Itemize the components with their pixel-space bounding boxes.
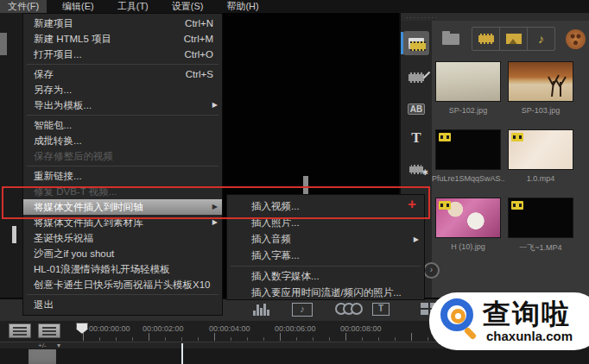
video-filter-icon	[478, 34, 494, 44]
ruler-timestamp: 00:00:02:00	[142, 324, 184, 333]
photo-filter-icon	[505, 33, 522, 45]
video-badge-icon	[511, 133, 523, 141]
thumbnail-caption: H (10).jpg	[432, 242, 504, 251]
filter-audio-button[interactable]: ♪	[528, 28, 554, 50]
menu-item-new-html5[interactable]: 新建 HTML5 项目Ctrl+M	[23, 31, 222, 47]
left-scrollbar-fragment[interactable]	[0, 33, 7, 55]
menu-item-template-1[interactable]: 圣诞快乐祝福	[23, 230, 222, 246]
title-t-icon: T	[411, 129, 421, 147]
thumbnail-sp102[interactable]	[435, 61, 501, 102]
menu-item-save[interactable]: 保存Ctrl+S	[23, 66, 222, 82]
menu-item-export-template[interactable]: 导出为模板...▶	[23, 97, 222, 113]
insert-position-line	[181, 343, 183, 364]
submenu-item-insert-digital-media[interactable]: 插入数字媒体...	[227, 268, 424, 285]
timeline-view-button[interactable]	[38, 323, 60, 338]
audio-waveform-button[interactable]	[253, 303, 270, 316]
thumbnail-video3[interactable]	[508, 198, 573, 238]
video-editor-window: 文件(F) 编辑(E) 工具(T) 设置(S) 帮助(H) ......... …	[0, 0, 589, 364]
red-plus-marker: +	[408, 196, 416, 213]
filter-video-button[interactable]	[472, 28, 500, 50]
sound-mixer-button[interactable]: ♪	[292, 303, 313, 317]
menu-bar: 文件(F) 编辑(E) 工具(T) 设置(S) 帮助(H)	[0, 0, 589, 13]
panel-drag-handle[interactable]: .........	[401, 13, 589, 21]
ruler-timestamp: 00:00:06:00	[275, 324, 316, 333]
menu-item-open-project[interactable]: 打开项目...Ctrl+O	[23, 47, 222, 62]
panel-scroll-button[interactable]: ›	[423, 262, 440, 279]
subtitle-button[interactable]: T	[372, 303, 390, 316]
storyboard-view-button[interactable]	[9, 323, 31, 338]
thumbnail-caption: SP-103.jpg	[504, 106, 577, 115]
menu-item-template-4[interactable]: 创意卡通生日快乐动画祝福片头模板X10	[23, 277, 222, 292]
left-ui-fragment	[12, 226, 16, 243]
library-item[interactable]: SP-102.jpg	[432, 61, 504, 115]
subtitle-t-icon: T	[372, 303, 390, 316]
instant-project-button[interactable]	[403, 66, 429, 90]
thumbnail-video1[interactable]	[435, 129, 501, 170]
magnifier-handle-icon	[464, 327, 478, 341]
library-item[interactable]: 一飞~1.MP4	[504, 198, 577, 254]
menu-item-relink[interactable]: 重新链接...	[23, 168, 222, 184]
thumbnail-video2[interactable]	[508, 129, 573, 170]
menu-edit[interactable]: 编辑(E)	[54, 0, 102, 13]
menu-help[interactable]: 帮助(H)	[218, 0, 266, 13]
library-top-toolbar: ♪	[432, 21, 589, 57]
submenu-item-insert-timelapse-photo[interactable]: 插入要应用时间流逝/频闪的照片...	[227, 285, 424, 301]
thumbnail-caption: SP-102.jpg	[432, 106, 504, 115]
title-button[interactable]: T	[403, 126, 429, 150]
menu-item-save-trimmed: 保存修整后的视频	[23, 148, 222, 164]
transition-button[interactable]: AB	[403, 97, 429, 121]
media-library-panel: ......... AB T ♪ SP-102.jpg	[399, 13, 589, 298]
red-highlight-box	[2, 186, 430, 219]
score-icon: ♪	[292, 303, 313, 317]
library-item[interactable]: SP-103.jpg	[504, 61, 577, 115]
library-item[interactable]: PfuLre1SMqqSwAS...	[432, 129, 504, 183]
menu-item-batch-convert[interactable]: 成批转换...	[23, 133, 222, 148]
library-item[interactable]: 1.0.mp4	[504, 129, 577, 183]
browse-wheel-button[interactable]	[566, 29, 586, 49]
thumbnail-caption: 1.0.mp4	[504, 174, 577, 183]
thumbnail-sp103[interactable]	[508, 61, 573, 102]
magnifier-lens-icon	[451, 309, 466, 323]
file-menu-dropdown: 新建项目Ctrl+N 新建 HTML5 项目Ctrl+M 打开项目...Ctrl…	[22, 13, 223, 316]
import-folder-button[interactable]	[442, 34, 459, 45]
transition-ab-icon: AB	[408, 104, 425, 115]
graphics-icon	[409, 165, 423, 174]
video-badge-icon	[511, 201, 523, 210]
media-icon	[408, 38, 424, 49]
video-badge-icon	[439, 201, 451, 210]
menu-item-template-3[interactable]: HL-01浪漫情诗婚礼开场轻模板	[23, 261, 222, 277]
submenu-arrow-icon: ▶	[212, 97, 218, 113]
media-filter-group: ♪	[472, 27, 555, 51]
watermark-url: chaxunla.com	[486, 329, 573, 343]
media-tab-button[interactable]	[403, 31, 429, 55]
menu-item-smart-package[interactable]: 智能包...	[23, 117, 222, 133]
submenu-item-insert-audio[interactable]: 插入音频▶	[227, 231, 424, 248]
menu-item-new-project[interactable]: 新建项目Ctrl+N	[23, 16, 222, 31]
chaxunla-watermark: 查询啦 chaxunla.com	[429, 292, 589, 350]
video-badge-icon	[439, 133, 451, 141]
timeline-track-area[interactable]	[0, 348, 589, 364]
menu-item-template-2[interactable]: 沙画之if you shout	[23, 246, 222, 261]
submenu-arrow-icon: ▶	[414, 231, 419, 248]
thumbnail-couple[interactable]	[435, 198, 501, 238]
ruler-timestamp: 00:00:00:00	[89, 324, 130, 333]
track-header[interactable]	[28, 349, 56, 364]
menu-tools[interactable]: 工具(T)	[110, 0, 156, 13]
ruler-timestamp: 00:00:04:00	[209, 324, 250, 333]
submenu-item-insert-subtitle[interactable]: 插入字幕...	[227, 248, 424, 264]
menu-settings[interactable]: 设置(S)	[164, 0, 212, 13]
menu-item-exit[interactable]: 退出	[23, 297, 222, 312]
tree-graphic	[509, 62, 573, 101]
thumbnail-caption: 一飞~1.MP4	[504, 242, 577, 254]
menu-item-save-as[interactable]: 另存为...	[23, 82, 222, 97]
thumbnail-caption: PfuLre1SMqqSwAS...	[432, 174, 504, 183]
menu-file[interactable]: 文件(F)	[0, 0, 47, 13]
audio-filter-icon: ♪	[538, 34, 544, 44]
stacked-discs-button[interactable]	[335, 303, 363, 315]
library-item[interactable]: H (10).jpg	[432, 198, 504, 251]
left-edge-panel	[0, 13, 22, 298]
instant-project-icon	[408, 72, 424, 83]
ruler-timestamp: 00:00:08:00	[340, 324, 382, 333]
filter-photo-button[interactable]	[500, 28, 528, 50]
graphics-button[interactable]	[403, 157, 429, 181]
